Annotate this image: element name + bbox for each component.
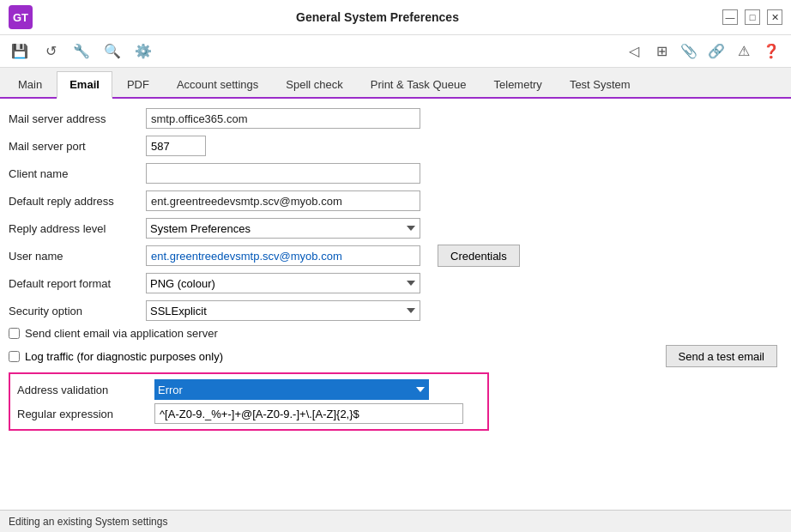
- reply-address-level-row: Reply address level System Preferences U…: [9, 217, 777, 239]
- grid-icon[interactable]: ⊞: [650, 40, 673, 63]
- toolbar-left: 💾 ↺ 🔧 🔍 ⚙️: [9, 40, 154, 63]
- tab-main[interactable]: Main: [5, 71, 55, 97]
- tab-email[interactable]: Email: [57, 71, 112, 99]
- save-icon[interactable]: 💾: [9, 40, 31, 63]
- user-name-row: User name Credentials: [9, 245, 777, 267]
- client-name-label: Client name: [9, 167, 146, 180]
- tab-account-settings[interactable]: Account settings: [164, 71, 271, 97]
- search-icon[interactable]: 🔍: [101, 40, 124, 63]
- link-icon[interactable]: 🔗: [705, 40, 728, 63]
- mail-server-address-input[interactable]: [146, 108, 420, 129]
- user-name-label: User name: [9, 250, 146, 263]
- log-traffic-row: Log traffic (for diagnostic purposes onl…: [9, 345, 777, 367]
- refresh-icon[interactable]: ↺: [39, 40, 62, 63]
- reply-address-level-label: Reply address level: [9, 222, 146, 235]
- tab-print-task-queue[interactable]: Print & Task Queue: [358, 71, 480, 97]
- mail-server-port-input[interactable]: [146, 136, 206, 156]
- security-option-select[interactable]: SSLExplicit SSLImplicit None: [146, 300, 420, 321]
- help-icon[interactable]: ❓: [760, 40, 782, 63]
- mail-server-port-label: Mail server port: [9, 140, 146, 153]
- tools-icon[interactable]: 🔧: [70, 40, 93, 63]
- tab-test-system[interactable]: Test System: [557, 71, 643, 97]
- regular-expression-input[interactable]: [154, 403, 463, 424]
- gt-logo: GT: [9, 5, 33, 29]
- address-validation-label: Address validation: [17, 384, 154, 396]
- address-validation-row: Address validation Error Warning None: [17, 379, 480, 400]
- send-client-email-row: Send client email via application server: [9, 327, 777, 340]
- default-report-format-row: Default report format PNG (colour) PDF E…: [9, 272, 777, 294]
- window-title: General System Preferences: [33, 10, 722, 24]
- regular-expression-label: Regular expression: [17, 408, 154, 420]
- client-name-input[interactable]: [146, 163, 420, 184]
- title-bar: GT General System Preferences — □ ✕: [0, 0, 791, 35]
- log-traffic-checkbox[interactable]: [9, 351, 20, 362]
- client-name-row: Client name: [9, 162, 777, 184]
- address-validation-select[interactable]: Error Warning None: [154, 379, 429, 400]
- user-name-input[interactable]: [146, 245, 420, 266]
- tab-spell-check[interactable]: Spell check: [273, 71, 355, 97]
- attachment-icon[interactable]: 📎: [678, 40, 700, 63]
- content-panel: Mail server address Mail server port Cli…: [0, 99, 791, 532]
- security-option-row: Security option SSLExplicit SSLImplicit …: [9, 299, 777, 322]
- default-reply-address-input[interactable]: [146, 190, 420, 211]
- settings-icon[interactable]: ⚙️: [132, 40, 154, 63]
- default-reply-address-row: Default reply address: [9, 190, 777, 212]
- reply-address-level-select[interactable]: System Preferences User Company: [146, 218, 420, 239]
- warning-icon[interactable]: ⚠: [733, 40, 755, 63]
- tab-pdf[interactable]: PDF: [114, 71, 162, 97]
- back-icon[interactable]: ◁: [623, 40, 645, 63]
- close-button[interactable]: ✕: [767, 9, 782, 25]
- mail-server-address-row: Mail server address: [9, 107, 777, 130]
- send-test-email-button[interactable]: Send a test email: [666, 345, 777, 367]
- default-report-format-select[interactable]: PNG (colour) PDF Excel: [146, 273, 420, 293]
- status-bar: Editing an existing System settings: [0, 510, 791, 532]
- mail-server-address-label: Mail server address: [9, 112, 146, 125]
- tabs-bar: Main Email PDF Account settings Spell ch…: [0, 68, 791, 99]
- highlighted-section: Address validation Error Warning None Re…: [9, 372, 489, 431]
- credentials-button[interactable]: Credentials: [438, 245, 520, 267]
- default-report-format-label: Default report format: [9, 277, 146, 290]
- tab-telemetry[interactable]: Telemetry: [481, 71, 555, 97]
- default-reply-address-label: Default reply address: [9, 195, 146, 208]
- mail-server-port-row: Mail server port: [9, 135, 777, 157]
- send-client-email-label: Send client email via application server: [25, 327, 218, 340]
- log-traffic-label: Log traffic (for diagnostic purposes onl…: [25, 350, 223, 363]
- title-bar-left: GT: [9, 5, 33, 29]
- toolbar-right: ◁ ⊞ 📎 🔗 ⚠ ❓: [623, 40, 782, 63]
- window-controls: — □ ✕: [722, 9, 782, 25]
- maximize-button[interactable]: □: [745, 9, 760, 25]
- status-text: Editing an existing System settings: [9, 516, 167, 528]
- security-option-label: Security option: [9, 305, 146, 317]
- send-client-email-checkbox[interactable]: [9, 328, 20, 339]
- toolbar: 💾 ↺ 🔧 🔍 ⚙️ ◁ ⊞ 📎 🔗 ⚠ ❓: [0, 35, 791, 68]
- regular-expression-row: Regular expression: [17, 403, 480, 424]
- minimize-button[interactable]: —: [722, 9, 738, 25]
